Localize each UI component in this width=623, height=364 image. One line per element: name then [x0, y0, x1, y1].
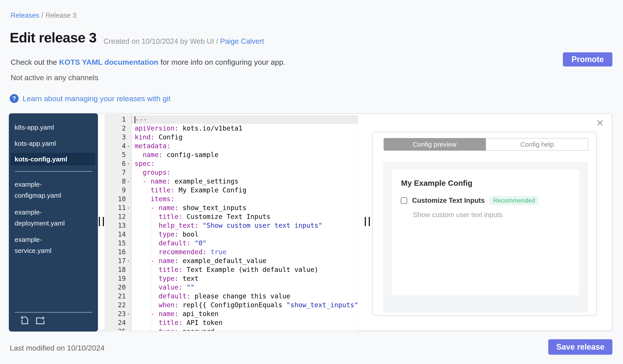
editor-line[interactable]: 20 value: "" [105, 283, 358, 292]
yaml-code-editor[interactable]: 1---2apiVersion: kots.io/v1beta13kind: C… [105, 114, 358, 331]
editor-line[interactable]: 22 when: repl{{ ConfigOptionEquals "show… [105, 301, 358, 309]
question-circle-icon[interactable]: ? [10, 94, 19, 103]
editor-line[interactable]: 12 title: Customize Text Inputs [105, 212, 358, 221]
resize-bar [365, 217, 366, 226]
author-link[interactable]: Paige Calvert [220, 37, 264, 45]
fold-arrow-icon[interactable]: ▾ [126, 142, 131, 150]
sidebar-file[interactable]: example-service.yaml [15, 234, 79, 256]
editor-line[interactable]: 24 title: API token [105, 318, 358, 327]
editor-line[interactable]: 18 title: Text Example (with default val… [105, 265, 358, 274]
line-number: 17▾ [105, 256, 132, 265]
code-text: value: "" [132, 283, 358, 292]
editor-line[interactable]: 5 name: config-sample [105, 150, 358, 159]
editor-line[interactable]: 11▾ - name: show_text_inputs [105, 203, 358, 212]
editor-line[interactable]: 21 default: please change this value [105, 292, 358, 301]
save-release-button[interactable]: Save release [548, 339, 612, 355]
line-number: 5 [105, 150, 132, 159]
code-text: type: text [132, 274, 358, 283]
sidebar-file[interactable]: k8s-app.yaml [15, 122, 79, 133]
editor-line[interactable]: 10 items: [105, 195, 358, 203]
editor-line[interactable]: 4▾metadata: [105, 142, 358, 150]
line-number: 11▾ [105, 203, 132, 212]
config-group-heading: My Example Config [401, 179, 472, 187]
breadcrumb-releases-link[interactable]: Releases [11, 12, 39, 19]
line-number: 8▾ [105, 177, 132, 186]
line-number: 14 [105, 230, 132, 239]
editor-line[interactable]: 6▾spec: [105, 159, 358, 168]
sidebar-resize-handle[interactable] [99, 217, 104, 226]
line-number: 13 [105, 221, 132, 230]
editor-line[interactable]: 9 title: My Example Config [105, 186, 358, 195]
editor-line[interactable]: 7 groups: [105, 168, 358, 177]
code-text: - name: show_text_inputs [132, 203, 358, 212]
new-file-icon[interactable] [20, 315, 30, 325]
config-option-help-text: Show custom user text inputs [413, 211, 503, 219]
preview-content-section: My Example Config Customize Text Inputs … [383, 162, 588, 313]
line-number: 9 [105, 186, 132, 195]
code-text: kind: Config [132, 133, 358, 142]
sidebar-divider-top [15, 171, 92, 172]
code-text: help_text: "Show custom user text inputs… [132, 221, 358, 230]
code-text: apiVersion: kots.io/v1beta1 [132, 124, 358, 133]
editor-line[interactable]: 8▾ - name: example_settings [105, 177, 358, 186]
git-learn-link[interactable]: Learn about managing your releases with … [22, 94, 170, 103]
fold-arrow-icon[interactable]: ▾ [126, 177, 131, 186]
line-number: 2 [105, 124, 132, 133]
config-option-label[interactable]: Customize Text Inputs [412, 197, 485, 204]
close-preview-icon[interactable]: ✕ [595, 118, 605, 128]
line-number: 25 [105, 327, 132, 331]
created-info: Created on 10/10/2024 by Web UI / Paige … [104, 37, 264, 45]
new-folder-icon[interactable] [35, 315, 45, 325]
editor-line[interactable]: 16 recommended: true [105, 248, 358, 256]
code-text: default: please change this value [132, 292, 358, 301]
code-text: title: API token [132, 318, 358, 327]
page-title: Edit release 3 [10, 30, 96, 45]
workspace-panel: k8s-app.yamlkots-app.yamlkots-config.yam… [9, 113, 612, 331]
preview-resize-handle[interactable] [365, 217, 370, 226]
code-text: title: Text Example (with default value) [132, 265, 358, 274]
config-card: My Example Config Customize Text Inputs … [392, 170, 579, 295]
editor-line[interactable]: 3kind: Config [105, 133, 358, 142]
created-text: Created on 10/10/2024 by Web UI / [104, 37, 220, 45]
editor-line[interactable]: 14 type: bool [105, 230, 358, 239]
line-number: 10 [105, 195, 132, 203]
editor-line[interactable]: 23▾ - name: api_token [105, 309, 358, 318]
code-text: - name: example_default_value [132, 256, 358, 265]
line-number: 24 [105, 318, 132, 327]
sidebar-file[interactable]: kots-config.yaml [11, 153, 95, 165]
fold-arrow-icon[interactable]: ▾ [126, 256, 131, 265]
fold-arrow-icon[interactable]: ▾ [126, 159, 131, 168]
line-number: 15 [105, 239, 132, 248]
indent-guide [151, 212, 151, 256]
code-text: title: My Example Config [132, 186, 358, 195]
kots-yaml-doc-link[interactable]: KOTS YAML documentation [59, 58, 158, 66]
last-modified-text: Last modified on 10/10/2024 [10, 344, 105, 352]
sidebar-file[interactable]: example-configmap.yaml [15, 179, 79, 201]
sidebar-file[interactable]: kots-app.yaml [15, 138, 79, 149]
code-text: spec: [132, 159, 358, 168]
editor-line[interactable]: 1--- [105, 115, 358, 124]
promote-button[interactable]: Promote [563, 52, 612, 66]
code-text: - name: api_token [132, 309, 358, 318]
fold-arrow-icon[interactable]: ▾ [126, 309, 131, 318]
tab-config-help[interactable]: Config help [486, 138, 589, 151]
editor-line[interactable]: 19 type: text [105, 274, 358, 283]
code-text: metadata: [132, 142, 358, 150]
editor-line[interactable]: 17▾ - name: example_default_value [105, 256, 358, 265]
config-option-row: Customize Text Inputs Recommended [400, 196, 538, 205]
editor-line[interactable]: 13 help_text: "Show custom user text inp… [105, 221, 358, 230]
code-text: recommended: true [132, 248, 358, 256]
customize-text-inputs-checkbox[interactable] [400, 197, 407, 204]
code-text: when: repl{{ ConfigOptionEquals "show_te… [132, 301, 358, 309]
code-text: type: password [132, 327, 358, 331]
resize-bar [369, 217, 370, 226]
editor-line[interactable]: 15 default: "0" [105, 239, 358, 248]
code-text: - name: example_settings [132, 177, 358, 186]
editor-line[interactable]: 2apiVersion: kots.io/v1beta1 [105, 124, 358, 133]
editor-line[interactable]: 25 type: password [105, 327, 358, 331]
line-number: 12 [105, 212, 132, 221]
sidebar-file[interactable]: example-deployment.yaml [15, 207, 79, 229]
fold-arrow-icon[interactable]: ▾ [126, 203, 131, 212]
doc-text-prefix: Check out the [11, 58, 59, 66]
tab-config-preview[interactable]: Config preview [384, 138, 486, 151]
